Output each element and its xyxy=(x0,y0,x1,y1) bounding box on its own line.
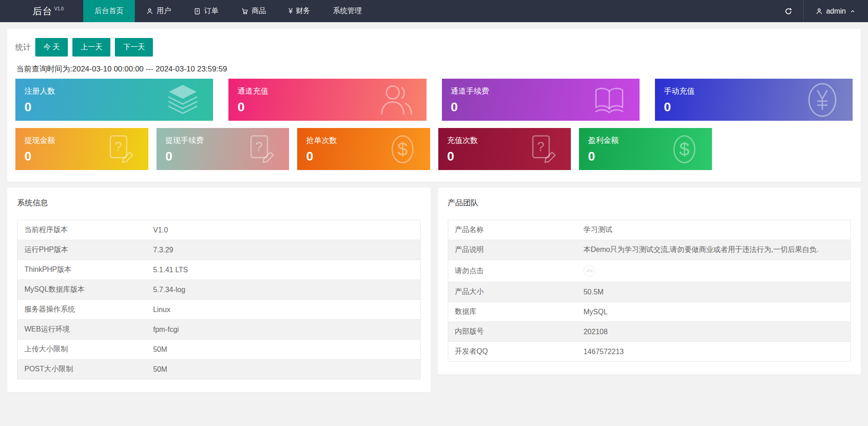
row-label: 产品名称 xyxy=(448,220,577,240)
svg-text:?: ? xyxy=(537,139,544,154)
table-row: ThinkPHP版本5.1.41 LTS xyxy=(18,260,421,280)
stats-panel: 统计 今 天 上一天 下一天 当前查询时间为:2024-03-10 00:00:… xyxy=(7,29,861,182)
stat-card-channel-fee: 通道手续费 0 xyxy=(442,79,640,121)
row-label: 请勿点击 xyxy=(448,260,577,282)
stat-card-withdraw-amount: 提现金额 0 ? xyxy=(15,128,148,170)
system-info-title: 系统信息 xyxy=(17,198,421,208)
document-icon xyxy=(194,8,201,15)
main-content: 统计 今 天 上一天 下一天 当前查询时间为:2024-03-10 00:00:… xyxy=(0,22,868,392)
stat-card-channel-recharge: 通道充值 0 xyxy=(228,79,426,121)
row-label: MySQL数据库版本 xyxy=(18,280,147,300)
nav-item-products[interactable]: 商品 xyxy=(230,0,277,22)
table-row: 数据库MySQL xyxy=(448,302,851,322)
table-row: 请勿点击404 xyxy=(448,260,851,282)
chevron-up-icon xyxy=(849,8,856,15)
nav-item-label: 系统管理 xyxy=(333,6,362,16)
yen-circle-icon xyxy=(804,81,841,118)
row-label: 产品说明 xyxy=(448,240,577,260)
row-value: 50.5M xyxy=(577,282,851,302)
product-team-panel: 产品团队 产品名称学习测试 产品说明本Demo只为学习测试交流,请勿要做商业或者… xyxy=(438,188,861,374)
user-menu[interactable]: admin xyxy=(804,0,868,22)
table-row: 上传大小限制50M xyxy=(18,340,421,360)
svg-text:?: ? xyxy=(255,139,262,154)
stat-cards-row-1: 注册人数 0 通道充值 0 通道手续费 0 手 xyxy=(15,79,853,121)
today-button[interactable]: 今 天 xyxy=(35,38,68,57)
book-icon xyxy=(591,81,628,118)
stat-card-manual-recharge: 手动充值 0 xyxy=(655,79,853,121)
username: admin xyxy=(826,7,846,15)
previous-day-button[interactable]: 上一天 xyxy=(72,38,110,57)
row-value: 1467572213 xyxy=(577,342,851,362)
row-value: 学习测试 xyxy=(577,220,851,240)
row-value: 50M xyxy=(146,340,420,360)
navbar-right: admin xyxy=(773,0,868,22)
user-icon xyxy=(146,8,153,15)
dollar-circle-icon: $ xyxy=(669,133,700,165)
row-value: 本Demo只为学习测试交流,请勿要做商业或者用于违法行为,一切后果自负. xyxy=(577,240,851,260)
doc-question-icon: ? xyxy=(527,133,559,165)
next-day-button[interactable]: 下一天 xyxy=(115,38,153,57)
stat-cards-row-2: 提现金额 0 ? 提现手续费 0 ? 抢单次数 0 $ xyxy=(15,128,853,170)
app-title: 后台 xyxy=(33,5,52,18)
nav-item-label: 财务 xyxy=(296,6,310,16)
table-row: 产品说明本Demo只为学习测试交流,请勿要做商业或者用于违法行为,一切后果自负. xyxy=(448,240,851,260)
nav-item-home[interactable]: 后台首页 xyxy=(83,0,135,22)
stat-card-registered-users: 注册人数 0 xyxy=(15,79,213,121)
row-value: 50M xyxy=(146,360,420,379)
nav-item-label: 商品 xyxy=(251,6,266,16)
do-not-click-badge[interactable]: 404 xyxy=(583,265,595,277)
row-label: 内部版号 xyxy=(448,322,577,342)
table-row: 当前程序版本V1.0 xyxy=(18,220,421,240)
users-icon xyxy=(378,81,415,118)
row-label: ThinkPHP版本 xyxy=(18,260,147,280)
row-value: 7.3.29 xyxy=(146,240,420,260)
row-value: 404 xyxy=(577,260,851,282)
table-row: 服务器操作系统Linux xyxy=(18,300,421,320)
doc-question-icon: ? xyxy=(246,133,277,165)
row-value: Linux xyxy=(146,300,420,320)
nav-item-finance[interactable]: ¥ 财务 xyxy=(277,0,322,22)
system-info-table: 当前程序版本V1.0 运行PHP版本7.3.29 ThinkPHP版本5.1.4… xyxy=(17,220,421,379)
stat-card-recharge-count: 充值次数 0 ? xyxy=(438,128,571,170)
table-row: WEB运行环境fpm-fcgi xyxy=(18,320,421,340)
table-row: 内部版号202108 xyxy=(448,322,851,342)
row-value: fpm-fcgi xyxy=(146,320,420,340)
row-label: 产品大小 xyxy=(448,282,577,302)
stat-card-withdraw-fee: 提现手续费 0 ? xyxy=(157,128,289,170)
doc-question-icon: ? xyxy=(105,133,137,165)
row-label: 运行PHP版本 xyxy=(18,240,147,260)
nav-item-orders[interactable]: 订单 xyxy=(182,0,230,22)
table-row: POST大小限制50M xyxy=(18,360,421,379)
row-label: WEB运行环境 xyxy=(18,320,147,340)
product-team-table: 产品名称学习测试 产品说明本Demo只为学习测试交流,请勿要做商业或者用于违法行… xyxy=(448,220,851,362)
row-value: MySQL xyxy=(577,302,851,322)
app-logo[interactable]: 后台 V1.0 xyxy=(0,0,83,22)
svg-text:$: $ xyxy=(397,139,408,160)
table-row: MySQL数据库版本5.7.34-log xyxy=(18,280,421,300)
nav-item-label: 用户 xyxy=(157,6,171,16)
row-value: 5.7.34-log xyxy=(146,280,420,300)
svg-text:?: ? xyxy=(114,139,122,154)
nav-item-system[interactable]: 系统管理 xyxy=(322,0,373,22)
row-value: 202108 xyxy=(577,322,851,342)
stat-card-profit-amount: 盈利金额 0 $ xyxy=(579,128,712,170)
nav-item-users[interactable]: 用户 xyxy=(135,0,182,22)
svg-text:$: $ xyxy=(679,139,689,160)
layers-icon xyxy=(164,81,201,118)
table-row: 产品名称学习测试 xyxy=(448,220,851,240)
refresh-button[interactable] xyxy=(773,0,803,22)
system-info-panel: 系统信息 当前程序版本V1.0 运行PHP版本7.3.29 ThinkPHP版本… xyxy=(7,188,431,392)
row-label: 上传大小限制 xyxy=(18,340,147,360)
user-icon xyxy=(816,8,823,15)
top-navbar: 后台 V1.0 后台首页 用户 订单 商品 ¥ 财务 系统管理 xyxy=(0,0,868,22)
row-label: 当前程序版本 xyxy=(18,220,147,240)
yen-icon: ¥ xyxy=(289,7,293,15)
row-value: 5.1.41 LTS xyxy=(146,260,420,280)
row-value: V1.0 xyxy=(146,220,420,240)
refresh-icon xyxy=(784,7,792,15)
stats-label: 统计 xyxy=(15,42,31,52)
main-menu: 后台首页 用户 订单 商品 ¥ 财务 系统管理 xyxy=(83,0,373,22)
table-row: 运行PHP版本7.3.29 xyxy=(18,240,421,260)
row-label: 开发者QQ xyxy=(448,342,577,362)
nav-item-label: 后台首页 xyxy=(95,6,123,16)
